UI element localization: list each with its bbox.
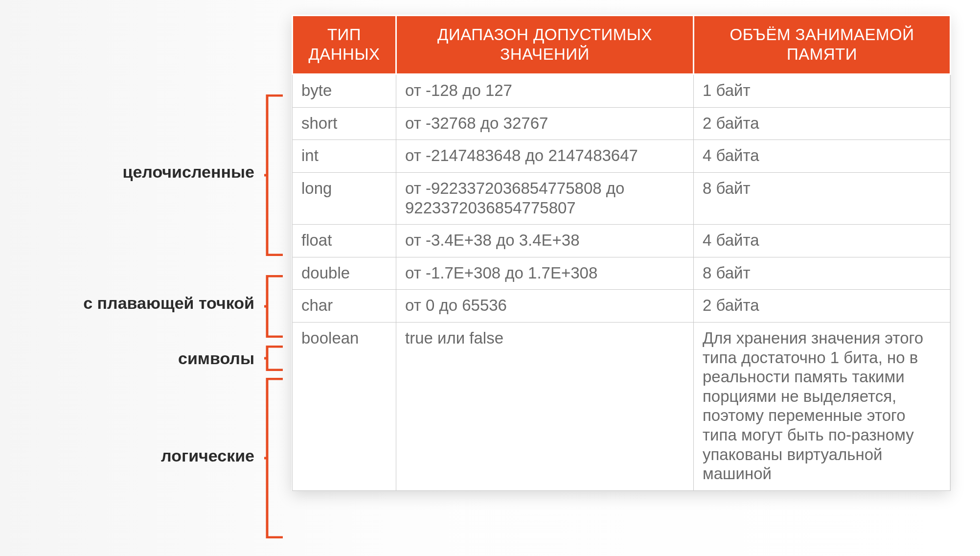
cell-memory: Для хранения значения этого типа достато…: [694, 322, 951, 490]
cell-type: int: [293, 140, 396, 173]
bracket-icon: [263, 346, 287, 373]
cell-memory: 4 байта: [694, 140, 951, 173]
category-label-integers: целочисленные: [20, 162, 254, 182]
cell-range: от -9223372036854775808 до 9223372036854…: [396, 172, 694, 224]
slide-canvas: целочисленные с плавающей точкой символы…: [0, 0, 980, 556]
table-row: char от 0 до 65536 2 байта: [293, 290, 951, 323]
cell-range: от -2147483648 до 2147483647: [396, 140, 694, 173]
cell-memory: 2 байта: [694, 107, 951, 140]
cell-type: byte: [293, 74, 396, 108]
cell-type: float: [293, 225, 396, 257]
cell-range: от -3.4E+38 до 3.4E+38: [396, 225, 694, 257]
table-row: long от -9223372036854775808 до 92233720…: [293, 172, 951, 224]
cell-type: short: [293, 107, 396, 140]
cell-range: от 0 до 65536: [396, 290, 694, 323]
category-label-floating: с плавающей точкой: [20, 294, 254, 313]
bracket-icon: [263, 275, 287, 340]
cell-range: от -128 до 127: [396, 74, 694, 108]
category-label-chars: символы: [20, 349, 254, 368]
bracket-icon: [263, 378, 287, 540]
table-row: int от -2147483648 до 2147483647 4 байта: [293, 140, 951, 173]
table-header-row: ТИП ДАННЫХ ДИАПАЗОН ДОПУСТИМЫХ ЗНАЧЕНИЙ …: [293, 16, 951, 74]
table-row: short от -32768 до 32767 2 байта: [293, 107, 951, 140]
cell-type: boolean: [293, 322, 396, 490]
cell-type: char: [293, 290, 396, 323]
col-header-range: ДИАПАЗОН ДОПУСТИМЫХ ЗНАЧЕНИЙ: [396, 16, 694, 74]
cell-range: true или false: [396, 322, 694, 490]
cell-type: long: [293, 172, 396, 224]
table-row: float от -3.4E+38 до 3.4E+38 4 байта: [293, 225, 951, 257]
cell-memory: 8 байт: [694, 257, 951, 290]
table-row: boolean true или false Для хранения знач…: [293, 322, 951, 490]
col-header-memory: ОБЪЁМ ЗАНИМАЕМОЙ ПАМЯТИ: [694, 16, 951, 74]
bracket-icon: [263, 94, 287, 258]
cell-range: от -32768 до 32767: [396, 107, 694, 140]
data-types-table: ТИП ДАННЫХ ДИАПАЗОН ДОПУСТИМЫХ ЗНАЧЕНИЙ …: [292, 15, 951, 491]
data-types-card: ТИП ДАННЫХ ДИАПАЗОН ДОПУСТИМЫХ ЗНАЧЕНИЙ …: [292, 15, 950, 491]
cell-type: double: [293, 257, 396, 290]
category-label-logical: логические: [20, 446, 254, 465]
cell-memory: 4 байта: [694, 225, 951, 257]
cell-memory: 2 байта: [694, 290, 951, 323]
cell-memory: 1 байт: [694, 74, 951, 108]
table-row: byte от -128 до 127 1 байт: [293, 74, 951, 108]
cell-range: от -1.7E+308 до 1.7E+308: [396, 257, 694, 290]
table-row: double от -1.7E+308 до 1.7E+308 8 байт: [293, 257, 951, 290]
cell-memory: 8 байт: [694, 172, 951, 224]
col-header-type: ТИП ДАННЫХ: [293, 16, 396, 74]
